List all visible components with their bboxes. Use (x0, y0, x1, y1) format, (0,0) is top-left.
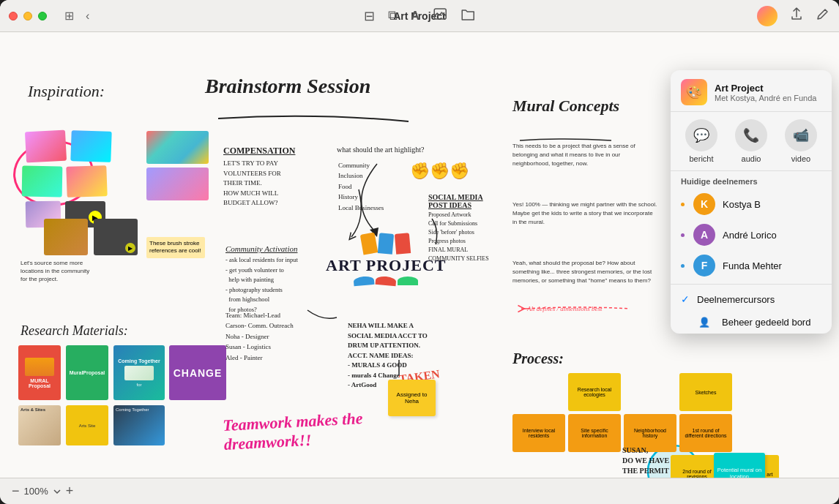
user-avatar-button[interactable] (757, 6, 778, 26)
sidebar-toggle-button[interactable]: ⊞ (61, 7, 77, 24)
video-action-icon: 📹 (785, 119, 817, 151)
book-1: MURAL Proposal (18, 345, 61, 400)
arrow-svg (333, 157, 421, 244)
funda-indicator (681, 264, 685, 268)
mural-concepts-section: Mural Concepts (512, 97, 619, 116)
zoom-dropdown-icon[interactable] (53, 487, 61, 496)
photo-2 (70, 130, 111, 162)
toolbar-left: ⊞ ‹ (61, 7, 92, 24)
andre-avatar: A (693, 224, 715, 246)
collaboration-popover: 🎨 Art Project Met Kostya, André en Funda… (671, 70, 832, 334)
edit-icon[interactable] (816, 7, 830, 25)
manage-board-menu-item[interactable]: 👤 Beheer gedeeld bord (671, 311, 832, 334)
assigned-sticky: Assigned to Neha (388, 380, 436, 416)
video-action[interactable]: 📹 video (785, 119, 817, 163)
team-label: Team: Michael-Lead Carson- Comm. Outreac… (225, 310, 294, 363)
folder-icon[interactable] (460, 7, 475, 25)
process-card-interview: Interview local residents (512, 414, 565, 452)
canvas-area[interactable]: Inspiration: ▶ ▶ (0, 32, 839, 478)
participant-andre[interactable]: A André Lorico (671, 219, 832, 250)
mural-desc-1: This needs to be a project that gives a … (512, 142, 659, 168)
process-grid: Research local ecologies Sketches Interv… (512, 373, 839, 452)
close-button[interactable] (9, 12, 18, 20)
message-action-label: bericht (689, 154, 713, 163)
traffic-lights (9, 12, 47, 20)
texture-photo (44, 219, 88, 255)
zoom-level: 100% (24, 486, 48, 497)
image-tool-icon[interactable] (433, 7, 447, 25)
toolbar-right (757, 6, 830, 26)
photo-4 (66, 165, 107, 198)
brainstorm-title: Brainstorm Session (205, 75, 370, 98)
inspiration-art (146, 131, 212, 204)
mural-desc-3: Yeah, what should the proposal be? How a… (512, 259, 659, 285)
process-card-site: Site specific information (568, 414, 621, 452)
susan-note: SUSAN,DO WE HAVETHE PERMITPAPERWORK? (622, 445, 674, 478)
andre-name: André Lorico (723, 230, 777, 241)
process-label: Process: (512, 350, 839, 367)
brush-note-sticky: These brush stroke references are cool! (146, 237, 205, 258)
change-book: CHANGE (169, 345, 226, 400)
process-section: Process: Research local ecologies Sketch… (512, 350, 839, 478)
main-window: ⊞ ‹ Art Project ⊟ ⧉ A (0, 0, 839, 504)
art-photo-1 (146, 131, 209, 164)
cursors-label: Deelnemercursors (697, 294, 775, 305)
message-action[interactable]: 💬 bericht (685, 119, 717, 163)
titlebar: ⊞ ‹ Art Project ⊟ ⧉ A (0, 0, 839, 32)
mural-desc-2: Yes! 100% — thinking we might partner wi… (512, 200, 659, 227)
popover-header: 🎨 Art Project Met Kostya, André en Funda (671, 70, 832, 112)
text-tool-icon[interactable]: A (411, 10, 420, 23)
book-bottom-3: Coming Together (113, 405, 165, 445)
andre-indicator (681, 233, 685, 237)
compensation-section: COMPENSATION LET'S TRY TO PAYVOLUNTEERS … (223, 146, 295, 208)
team-section: Team: Michael-Lead Carson- Comm. Outreac… (225, 310, 294, 363)
audio-action-icon: 📞 (735, 119, 767, 151)
compensation-detail: LET'S TRY TO PAYVOLUNTEERS FORTHEIR TIME… (223, 159, 295, 208)
back-button[interactable]: ‹ (83, 8, 92, 24)
art-photo-2 (146, 168, 209, 200)
kostya-indicator (681, 203, 685, 206)
share-icon[interactable] (789, 7, 804, 25)
book-bottom-1: Arts & Sites (18, 405, 61, 445)
mural-location-sticky: Potential mural on location (714, 453, 765, 478)
popover-title: Art Project (715, 83, 816, 94)
book-bottom-2: Arts Site (66, 405, 108, 445)
cursors-menu-item[interactable]: ✓ Deelnemercursors (671, 287, 832, 311)
inspiration-photos: ▶ (18, 131, 143, 233)
location-note: Let's source some more locations in the … (20, 259, 94, 284)
grid-view-icon[interactable]: ⊟ (364, 8, 375, 24)
popover-project-avatar: 🎨 (681, 79, 707, 105)
participant-funda[interactable]: F Funda Mehter (671, 250, 832, 281)
art-project-label: ART PROJECT (326, 257, 446, 274)
zoom-out-button[interactable]: − (12, 484, 20, 499)
community-detail: - ask local residents for input - get yo… (225, 255, 298, 315)
manage-label: Beheer gedeeld bord (722, 317, 810, 328)
process-card-sketches: Sketches (679, 373, 732, 411)
teamwork-label: Teamwork makes thedreamwork!! (223, 409, 365, 454)
participants-section-title: Huidige deelnemers (671, 171, 832, 189)
statusbar: − 100% + (0, 478, 839, 504)
photo-1 (25, 130, 67, 163)
video-action-label: video (791, 154, 810, 163)
zoom-control: − 100% + (12, 484, 73, 499)
fullscreen-button[interactable] (38, 12, 47, 20)
car-photo: ▶ (94, 219, 138, 255)
message-action-icon: 💬 (685, 119, 717, 151)
participant-kostya[interactable]: K Kostya B (671, 189, 832, 219)
art-project-center: ART PROJECT (326, 233, 446, 285)
zoom-in-button[interactable]: + (66, 484, 74, 499)
copy-icon[interactable]: ⧉ (388, 8, 398, 23)
process-card-research: Research local ecologies (568, 373, 621, 411)
compensation-label: COMPENSATION (223, 146, 295, 157)
alt-defines-note: Alt defines / dimensions best (527, 305, 603, 312)
minimize-button[interactable] (23, 12, 32, 20)
book-2: MuralProposal (66, 345, 108, 400)
popover-subtitle: Met Kostya, André en Funda (715, 94, 816, 102)
kostya-avatar: K (693, 193, 715, 215)
audio-action[interactable]: 📞 audio (735, 119, 767, 163)
audio-action-label: audio (742, 154, 761, 163)
community-section: Community Activation - ask local residen… (225, 244, 298, 315)
what-highlight-text: what should the art highlight? (337, 146, 424, 154)
process-card-1st-round: 1st round of different directions (679, 414, 732, 452)
research-label: Research Materials: (20, 323, 128, 339)
